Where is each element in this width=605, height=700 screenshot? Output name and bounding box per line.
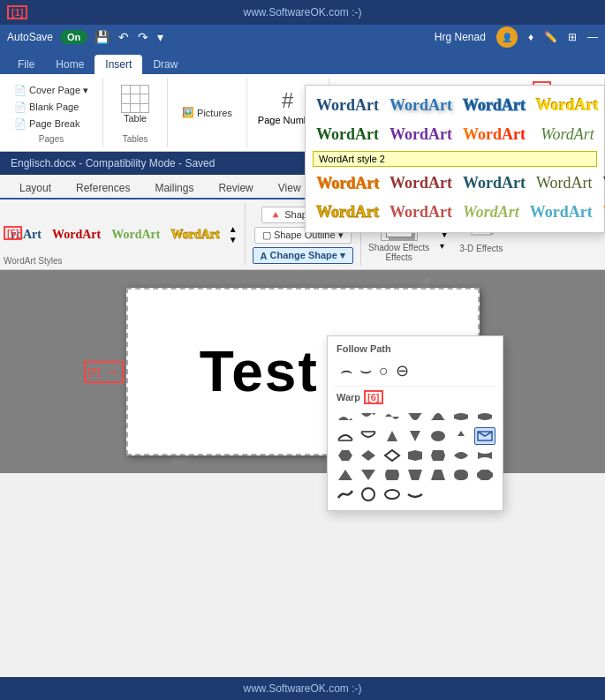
annotation-6-label: [6] [364,390,382,404]
warp-shape-22[interactable] [335,466,356,484]
path-circle[interactable]: ○ [379,362,389,380]
wordart-style-11[interactable]: WordArt [313,170,382,196]
avatar[interactable]: 👤 [496,26,518,48]
tab-layout[interactable]: Layout [7,178,64,198]
warp-shape-10[interactable] [382,427,403,445]
warp-shape-15[interactable] [335,447,356,464]
warp-shape-20[interactable] [450,447,472,464]
wordart-style-18[interactable]: WordArt [459,199,523,225]
wordart-ribbon-style-4[interactable]: WordArt [167,226,223,244]
change-shape-icon: A [261,251,268,261]
warp-shape-21[interactable] [474,447,495,464]
warp-shape-2[interactable] [358,408,379,425]
warp-shape-31[interactable] [382,485,403,503]
redo-icon[interactable]: ↷ [138,30,148,44]
warp-shape-28[interactable] [474,466,495,484]
warp-shape-24[interactable] [382,466,403,484]
pen-icon[interactable]: ✏️ [544,31,557,43]
path-oval[interactable]: ⊖ [396,361,407,380]
wordart-style-8[interactable]: WordArt [459,122,529,147]
warp-shape-4[interactable] [405,408,426,425]
scroll-up-icon[interactable]: ▲ [229,224,238,234]
wordart-style-16[interactable]: WordArt [313,199,382,225]
tab-mailings[interactable]: Mailings [142,178,206,198]
warp-shape-6[interactable] [450,408,472,425]
wordart-style-9[interactable]: WordArt [533,122,602,147]
wordart-style-3[interactable]: WordArt [459,93,529,118]
pictures-btn[interactable]: 🖼️ Pictures [178,105,236,120]
wordart-style-6[interactable]: WordArt [313,122,382,147]
wordart-style-19[interactable]: WordArt [526,199,596,225]
warp-shape-8[interactable] [335,427,356,445]
warp-shape-27[interactable] [450,466,472,484]
wordart-ribbon-style-3[interactable]: WordArt [108,226,163,244]
scroll-down-icon[interactable]: ▼ [229,235,238,245]
cover-page-chevron: ▾ [83,85,88,96]
wordart-style-20[interactable]: WordArt [600,199,605,225]
tab-review[interactable]: Review [206,178,265,198]
quick-access-toolbar: 💾 ↶ ↷ ▾ [95,30,163,44]
site-title: www.SoftwareOK.com :-) [243,6,361,19]
path-arc-down[interactable]: ⌣ [359,359,372,382]
threed-label: 3-D Effects [459,244,503,253]
warp-shape-19[interactable] [427,447,449,464]
customize-icon[interactable]: ▾ [157,30,163,44]
autosave-toggle[interactable]: On [60,30,87,44]
annotation-7-label: [7] [88,366,100,377]
warp-shape-3[interactable] [382,408,403,425]
blank-page-icon: 📄 [14,102,26,113]
tab-references[interactable]: References [64,178,142,198]
wordart-style-grid: WordArt WordArt WordArt WordArt WordArt … [313,93,597,147]
change-shape-btn[interactable]: A Change Shape ▾ [253,247,353,264]
warp-shape-18[interactable] [405,447,426,464]
tab-insert[interactable]: Insert [95,55,142,74]
tab-file[interactable]: File [7,55,45,74]
warp-shape-23[interactable] [358,466,379,484]
warp-shape-16[interactable] [358,447,379,464]
svg-point-15 [431,431,445,441]
wordart-style-1[interactable]: WordArt [313,93,382,118]
warp-shape-26[interactable] [427,466,449,484]
blank-page-btn[interactable]: 📄 Blank Page [11,100,92,115]
warp-shape-7[interactable] [474,408,495,425]
layout-icon[interactable]: ⊞ [568,31,577,43]
minimize-icon[interactable]: — [587,31,598,43]
tab-draw[interactable]: Draw [142,55,188,74]
cover-page-btn[interactable]: 📄 Cover Page ▾ [11,83,92,98]
title-bar: [1] www.SoftwareOK.com :-) [0,0,605,25]
scroll-more-icon[interactable]: ▾ [440,241,449,251]
wordart-style-grid-3: WordArt WordArt WordArt WordArt WordArt [313,199,597,225]
warp-shape-11[interactable] [405,427,426,445]
warp-shape-13[interactable] [450,427,472,445]
wordart-ribbon-style-2[interactable]: WordArt [49,226,104,244]
path-arc-up[interactable]: ⌢ [340,359,352,382]
tab-home[interactable]: Home [45,55,95,74]
warp-shape-9[interactable] [358,427,379,445]
wordart-style-4[interactable]: WordArt [533,93,602,118]
warp-shape-17[interactable] [382,447,403,464]
warp-shape-25[interactable] [405,466,426,484]
diamond-icon[interactable]: ♦ [528,31,533,43]
warp-shape-5[interactable] [427,408,449,425]
warp-shape-1[interactable] [335,408,356,425]
wordart-style-13[interactable]: WordArt [459,170,529,196]
wordart-style-2[interactable]: WordArt [386,93,456,118]
page-break-btn[interactable]: 📄 Page Break [11,117,92,132]
warp-shape-14[interactable] [474,427,495,445]
follow-path-title: Follow Path [333,342,497,356]
wordart-style-7[interactable]: WordArt [386,122,456,147]
wordart-style-12[interactable]: WordArt [386,170,456,196]
warp-shape-29[interactable] [335,485,356,503]
wordart-style-15[interactable]: WordArt [600,170,605,196]
warp-shape-12[interactable] [427,427,449,445]
undo-icon[interactable]: ↶ [118,30,129,44]
save-icon[interactable]: 💾 [95,30,110,44]
warp-shape-32[interactable] [405,485,426,503]
wordart-dropdown: WordArt WordArt WordArt WordArt WordArt … [305,85,605,233]
table-btn[interactable]: Table [114,81,156,127]
wordart-style-14[interactable]: WordArt [533,170,596,196]
wordart-style-17[interactable]: WordArt [386,199,456,225]
ribbon-tabs-insert: File Home Insert Draw [0,49,605,74]
warp-shape-30[interactable] [358,485,379,503]
doc-title: Englisch.docx - Compatibility Mode - Sav… [11,157,215,169]
